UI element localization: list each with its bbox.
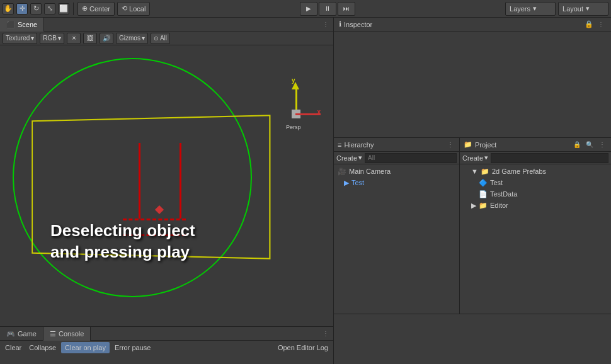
project-testdata-script[interactable]: 📄 TestData [461,188,610,200]
toolbar-separator-1 [73,3,74,15]
image-btn[interactable]: 🖼 [83,33,97,44]
clear-button[interactable]: Clear [3,342,24,353]
move-tool-button[interactable]: ✛ [16,3,28,14]
sun-btn[interactable]: ☀ [67,33,81,44]
open-editor-log-button[interactable]: Open Editor Log [275,342,331,353]
scene-canvas: y x Persp Deselecting object and pressin… [0,45,333,326]
console-toolbar: Clear Collapse Clear on play Error pause… [0,341,333,355]
space-icon: ⟲ [122,4,127,13]
project-search-input[interactable] [491,153,608,163]
gizmos-dropdown[interactable]: Gizmos ▾ [116,33,148,44]
layers-dropdown[interactable]: Layers ▾ [505,2,556,16]
game-tab[interactable]: 🎮 Game [0,327,43,341]
project-lock-btn[interactable]: 🔒 [572,140,582,150]
console-tab[interactable]: ☰ Console [43,327,91,341]
all-label: All [160,35,167,42]
left-panel: ⬛ Scene ⋮ Textured ▾ RGB ▾ ☀ 🖼 🔊 Gizmos … [0,18,334,364]
top-toolbar: ✋ ✛ ↻ ⤡ ⬜ ⊕ Center ⟲ Local ▶ ⏸ ⏭ Layers … [0,0,611,18]
script-icon-testdata: 📄 [479,190,488,198]
gizmo-persp-label: Persp [286,124,301,130]
play-controls: ▶ ⏸ ⏭ [300,2,355,16]
audio-btn[interactable]: 🔊 [100,33,113,44]
scene-panel-menu-btn[interactable]: ⋮ [321,20,331,30]
pivot-dropdown[interactable]: ⊕ Center [77,2,115,16]
rgb-label: RGB [43,35,57,42]
hierarchy-menu-btn[interactable]: ⋮ [445,140,455,150]
hand-tool-button[interactable]: ✋ [3,3,14,14]
hierarchy-test-item[interactable]: ▶ Test [335,177,458,188]
project-editor-folder[interactable]: ▶ 📁 Editor [461,200,610,211]
rect-tool-button[interactable]: ⬜ [58,3,69,14]
gizmo-y-label: y [292,77,295,84]
clear-on-play-button[interactable]: Clear on play [61,342,110,353]
inspector-info-icon: ℹ [339,20,341,28]
hierarchy-title: Hierarchy [344,141,374,149]
collapse-button[interactable]: Collapse [26,342,59,353]
scene-viewport[interactable]: y x Persp Deselecting object and pressin… [0,45,333,326]
rgb-dropdown[interactable]: RGB ▾ [40,33,64,44]
console-tab-label: Console [59,330,84,338]
rotate-tool-button[interactable]: ↻ [30,3,42,14]
pivot-label: Center [89,5,110,13]
project-search-btn[interactable]: 🔍 [585,140,595,150]
textured-label: Textured [6,35,30,42]
red-vertical-line-1 [139,143,140,219]
hierarchy-create-button[interactable]: Create ▾ [336,154,362,162]
game-tab-label: Game [18,330,37,338]
project-panel: 📁 Project 🔒 🔍 ⋮ Create ▾ [460,138,611,314]
hierarchy-search-input[interactable] [365,153,457,163]
error-pause-button[interactable]: Error pause [112,342,153,353]
project-test-prefab[interactable]: 🔷 Test [461,177,610,188]
project-icon: 📁 [464,140,472,149]
main-area: ⬛ Scene ⋮ Textured ▾ RGB ▾ ☀ 🖼 🔊 Gizmos … [0,18,611,364]
inspector-tab-label[interactable]: Inspector [344,21,372,28]
2d-game-prefabs-label: 2d Game Prefabs [492,168,546,175]
space-dropdown[interactable]: ⟲ Local [117,2,150,16]
project-menu-btn[interactable]: ⋮ [597,140,607,150]
test-prefab-label: Test [490,179,503,186]
hierarchy-header: ≡ Hierarchy ⋮ [334,138,459,152]
console-panel-menu-btn[interactable]: ⋮ [321,329,331,339]
overlay-line-2: and pressing play [50,242,195,263]
hierarchy-panel: ≡ Hierarchy ⋮ Create ▾ 🎥 Main Camera [334,138,460,314]
console-tab-icon: ☰ [50,330,56,338]
pivot-icon: ⊕ [82,4,88,13]
main-camera-label: Main Camera [349,168,391,175]
layout-dropdown[interactable]: Layout ▾ [558,2,608,16]
inspector-tab: ℹ Inspector 🔒 ⋮ [334,18,611,31]
project-create-label: Create [462,154,483,162]
hierarchy-main-camera[interactable]: 🎥 Main Camera [335,166,458,177]
bottom-empty-area [334,314,611,364]
hierarchy-toolbar: Create ▾ [334,152,459,164]
overlay-line-1: Deselecting object [50,220,195,242]
textured-dropdown[interactable]: Textured ▾ [3,33,37,44]
editor-folder-label: Editor [490,202,508,209]
inspector-lock-icon[interactable]: 🔒 [585,20,593,28]
play-button[interactable]: ▶ [300,2,317,16]
all-icon: ⊙ [154,35,159,42]
step-button[interactable]: ⏭ [338,2,355,16]
project-header: 📁 Project 🔒 🔍 ⋮ [460,138,611,152]
inspector-menu-btn[interactable]: ⋮ [596,20,606,30]
project-create-button[interactable]: Create ▾ [462,154,488,162]
pause-button[interactable]: ⏸ [319,2,336,16]
test-triangle-icon: ▶ [344,179,349,187]
gizmo-x-label: x [317,108,321,115]
scene-tab[interactable]: ⬛ Scene [0,18,44,31]
bottom-panels: 🎮 Game ☰ Console ⋮ Clear Collapse Clear … [0,326,333,364]
project-create-chevron-icon: ▾ [484,154,488,162]
folder-expand-icon: ▼ [471,168,478,175]
folder-icon-2d: 📁 [481,168,489,176]
layers-label: Layers [510,5,530,13]
all-dropdown[interactable]: ⊙ All [151,33,170,44]
project-title: Project [475,141,496,149]
project-2d-game-prefabs[interactable]: ▼ 📁 2d Game Prefabs [461,166,610,177]
bottom-tabs: 🎮 Game ☰ Console ⋮ [0,327,333,341]
folder-icon-editor: 📁 [479,202,488,210]
space-label: Local [129,5,146,13]
project-content: ▼ 📁 2d Game Prefabs 🔷 Test 📄 TestData ▶ [460,164,611,314]
scale-tool-button[interactable]: ⤡ [44,3,55,14]
gizmo-axis: y x Persp [277,89,321,140]
red-vertical-line-2 [180,143,181,219]
gizmos-chevron-icon: ▾ [142,35,145,42]
